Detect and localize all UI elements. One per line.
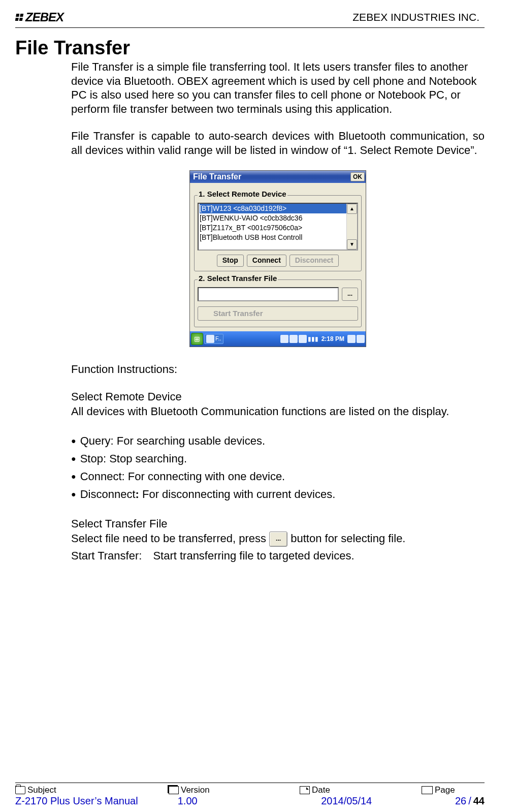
text-after: button for selecting file. — [291, 532, 405, 545]
footer-subject: Z-2170 Plus User’s Manual — [15, 795, 157, 807]
list-item[interactable]: [BT]W123 <c8a030d192f8> — [200, 204, 357, 213]
bullet-prefix: Disconnect — [80, 488, 136, 501]
start-transfer-line: Start Transfer: Start transferring file … — [71, 549, 485, 563]
select-remote-heading: Select Remote Device — [71, 390, 485, 404]
tray-icon — [289, 335, 298, 343]
scroll-up-icon[interactable]: ▲ — [347, 204, 357, 214]
device-listbox[interactable]: [BT]W123 <c8a030d192f8> [BT]WENKU-VAIO <… — [198, 203, 358, 251]
stack-icon — [169, 786, 179, 794]
footer-label-subject: Subject — [27, 785, 56, 795]
intro-paragraph-2: File Transfer is capable to auto-search … — [71, 129, 485, 157]
list-item[interactable]: [BT]WENKU-VAIO <c0cb38dc36 — [200, 213, 357, 223]
page-sep: / — [468, 795, 471, 807]
list-item[interactable]: [BT]Z117x_BT <001c97506c0a> — [200, 223, 357, 233]
footer-date: 2014/05/14 — [301, 795, 435, 807]
page-total: 44 — [473, 795, 485, 807]
function-bullet-list: Query: For searching usable devices. Sto… — [71, 432, 485, 504]
disconnect-button[interactable]: Disconnect — [289, 255, 339, 267]
logo-mark-icon — [15, 13, 24, 21]
bullet-item: Stop: Stop searching. — [71, 450, 485, 467]
window-title: File Transfer — [193, 172, 241, 182]
footer-label-page: Page — [435, 785, 455, 795]
start-transfer-button[interactable]: Start Transfer — [198, 306, 358, 321]
book-icon — [422, 786, 433, 794]
scroll-down-icon[interactable]: ▼ — [347, 239, 357, 249]
scrollbar[interactable]: ▲ ▼ — [346, 204, 357, 249]
page-footer: Subject Version Date Page Z-2170 Plus Us… — [15, 783, 485, 807]
page-current: 26 — [455, 795, 466, 807]
tray-icon — [299, 335, 307, 343]
select-file-text: Select file need to be transferred, pres… — [71, 532, 485, 547]
start-menu-icon[interactable] — [191, 333, 203, 345]
taskbar-app-label: F.. — [215, 335, 221, 342]
select-transfer-file-group: 2. Select Transfer File ... Start Transf… — [194, 279, 362, 328]
taskbar-app[interactable]: F.. — [204, 334, 223, 344]
stop-button[interactable]: Stop — [217, 255, 244, 267]
logo: ZEBEX — [15, 10, 63, 24]
window-titlebar: File Transfer OK — [190, 171, 366, 183]
group-label-file: 2. Select Transfer File — [198, 274, 278, 284]
page-header: ZEBEX ZEBEX INDUSTRIES INC. — [15, 10, 485, 28]
select-remote-text: All devices with Bluetooth Communication… — [71, 404, 485, 419]
bullet-item: Disconnect: For disconnecting with curre… — [71, 485, 485, 503]
clock: 2:18 PM — [319, 335, 346, 343]
browse-icon: ... — [269, 532, 287, 547]
taskbar: F.. ▮▮▮ 2:18 PM — [190, 331, 366, 347]
calendar-icon — [300, 786, 310, 794]
desktop-icon[interactable] — [357, 335, 365, 343]
browse-button[interactable]: ... — [342, 288, 358, 301]
app-icon — [206, 335, 214, 343]
app-screenshot: File Transfer OK 1. Select Remote Device… — [189, 170, 366, 347]
footer-page: 26 / 44 — [435, 795, 485, 807]
list-item[interactable]: [BT]Bluetooth USB Host Controll — [200, 233, 357, 242]
footer-label-version: Version — [181, 785, 210, 795]
intro-paragraph-1: File Transfer is a simple file transferr… — [71, 60, 485, 116]
battery-icon: ▮▮▮ — [308, 335, 318, 343]
ok-button[interactable]: OK — [350, 172, 365, 181]
group-label-remote: 1. Select Remote Device — [198, 190, 287, 199]
sip-icon[interactable] — [347, 335, 356, 343]
bullet-item: Query: For searching usable devices. — [71, 432, 485, 450]
function-instructions-heading: Function Instructions: — [71, 362, 485, 377]
logo-text: ZEBEX — [25, 10, 63, 24]
page-title: File Transfer — [15, 37, 485, 59]
file-path-input[interactable] — [198, 287, 339, 301]
bullet-item: Connect: For connecting with one device. — [71, 467, 485, 485]
select-remote-device-group: 1. Select Remote Device [BT]W123 <c8a030… — [194, 195, 362, 271]
text-before: Select file need to be transferred, pres… — [71, 532, 269, 545]
connect-button[interactable]: Connect — [247, 255, 286, 267]
select-file-heading: Select Transfer File — [71, 517, 485, 531]
company-name: ZEBEX INDUSTRIES INC. — [352, 11, 479, 23]
footer-version: 1.00 — [157, 795, 301, 807]
bullet-rest: For disconnecting with current devices. — [139, 488, 335, 501]
folder-icon — [15, 786, 25, 794]
footer-label-date: Date — [312, 785, 330, 795]
tray-icon — [280, 335, 288, 343]
